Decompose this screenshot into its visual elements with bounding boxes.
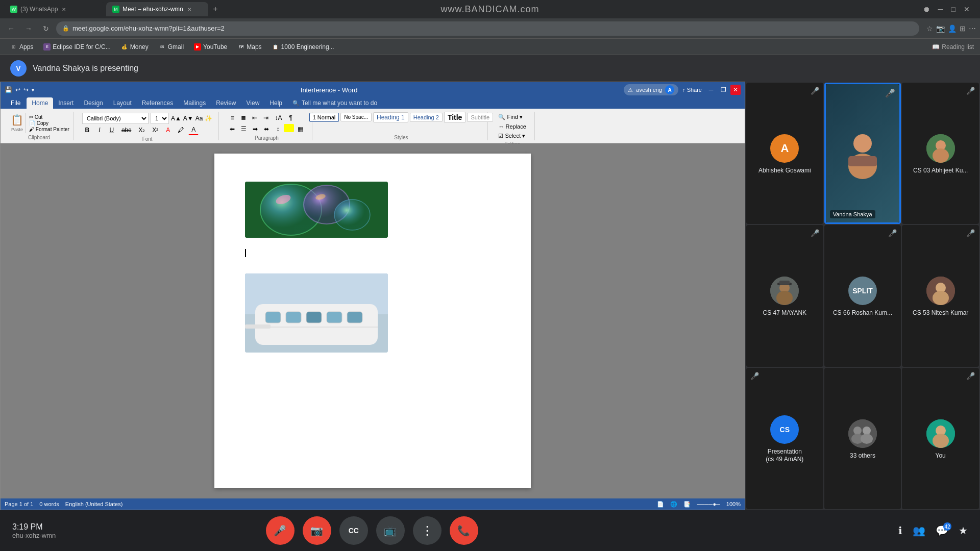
font-grow-btn[interactable]: A▲ <box>171 115 181 122</box>
word-save-icon[interactable]: 💾 <box>5 86 12 93</box>
bold-btn[interactable]: B <box>82 125 92 135</box>
align-right-btn[interactable]: ➡ <box>250 124 260 134</box>
camera-icon[interactable]: 📷 <box>936 24 945 33</box>
text-color-btn[interactable]: A <box>163 125 173 135</box>
word-page[interactable] <box>214 154 531 488</box>
replace-btn[interactable]: ↔ Replace <box>496 122 528 131</box>
participant-card-presentation[interactable]: 🎤 CS Presentation(cs 49 AmAN) <box>746 368 823 509</box>
word-zoom-bar[interactable]: ────●─ <box>697 501 720 507</box>
bookmark-youtube[interactable]: ▶ YouTube <box>190 42 231 52</box>
find-btn[interactable]: 🔍 Find ▾ <box>496 113 528 121</box>
word-undo-icon[interactable]: ↩ <box>15 86 20 93</box>
profile-icon[interactable]: 👤 <box>948 24 957 33</box>
tab-whatsapp[interactable]: W (3) WhatsApp ✕ <box>4 2 106 16</box>
align-left-btn[interactable]: ⬅ <box>227 124 237 134</box>
format-painter-btn[interactable]: 🖌 Format Painter <box>29 127 69 132</box>
word-tab-layout[interactable]: Layout <box>108 97 137 109</box>
forward-button[interactable]: → <box>21 21 36 36</box>
indent-btn[interactable]: ⇥ <box>261 113 271 123</box>
end-call-button[interactable]: 📞 <box>450 516 478 545</box>
font-clear-btn[interactable]: ✨ <box>205 115 212 122</box>
participant-card-33others[interactable]: 33 others <box>824 368 901 509</box>
justify-btn[interactable]: ⬌ <box>261 124 272 134</box>
outdent-btn[interactable]: ⇤ <box>250 113 260 123</box>
line-spacing-btn[interactable]: ↕ <box>273 124 283 134</box>
present-button[interactable]: 📺 <box>376 516 405 545</box>
word-minimize-btn[interactable]: ─ <box>706 85 716 95</box>
sort-btn[interactable]: ↕A <box>272 113 284 123</box>
tab-meet[interactable]: M Meet – ehu-xohz-wmn ✕ <box>106 2 208 16</box>
subscript-btn[interactable]: X₂ <box>136 125 148 135</box>
show-formatting-btn[interactable]: ¶ <box>285 113 296 123</box>
align-center-btn[interactable]: ☰ <box>238 124 249 134</box>
word-close-btn[interactable]: ✕ <box>730 85 741 95</box>
mute-button[interactable]: 🎤 <box>266 516 295 545</box>
word-tab-search[interactable]: 🔍Tell me what you want to do <box>287 97 382 109</box>
font-shrink-btn[interactable]: A▼ <box>183 115 193 122</box>
highlight-btn[interactable]: 🖍 <box>175 125 186 135</box>
word-tab-help[interactable]: Help <box>264 97 287 109</box>
participant-card-cs53[interactable]: 🎤 CS 53 Nitesh Kumar <box>902 225 979 366</box>
word-tab-references[interactable]: References <box>137 97 178 109</box>
underline-btn[interactable]: U <box>107 125 117 135</box>
style-no-spacing[interactable]: No Spac... <box>340 113 372 121</box>
refresh-button[interactable]: ↻ <box>39 21 53 36</box>
more-options-button[interactable]: ⋮ <box>413 516 442 545</box>
word-tab-view[interactable]: View <box>241 97 265 109</box>
number-list-btn[interactable]: ≣ <box>238 113 249 123</box>
paste-btn[interactable]: 📋 <box>11 114 23 126</box>
style-heading1[interactable]: Heading 1 <box>373 112 408 122</box>
address-bar[interactable]: 🔒 meet.google.com/ehu-xohz-wmn?pli=1&aut… <box>56 21 919 36</box>
cc-button[interactable]: CC <box>339 516 368 545</box>
tab-meet-close[interactable]: ✕ <box>187 7 191 12</box>
font-color-btn[interactable]: A <box>188 125 199 135</box>
word-tab-mailings[interactable]: Mailings <box>178 97 211 109</box>
participant-card-you[interactable]: 🎤 You <box>902 368 979 509</box>
info-button[interactable]: ℹ <box>898 524 902 537</box>
bookmark-apps[interactable]: ⊞ Apps <box>6 42 37 52</box>
cut-btn[interactable]: ✂ Cut <box>29 114 69 120</box>
select-btn[interactable]: ☑ Select ▾ <box>496 132 528 140</box>
activities-button[interactable]: ★ <box>959 524 968 537</box>
video-button[interactable]: 📷 <box>303 516 331 545</box>
word-share-btn[interactable]: ↑ Share <box>682 87 702 93</box>
participant-card-cs03[interactable]: 🎤 CS 03 Abhijeet Ku... <box>902 83 979 224</box>
word-redo-icon[interactable]: ↪ <box>23 86 29 93</box>
word-tab-design[interactable]: Design <box>79 97 108 109</box>
people-button[interactable]: 👥 <box>913 524 925 537</box>
participant-card-cs66[interactable]: 🎤 SPLIT CS 66 Roshan Kum... <box>824 225 901 366</box>
tab-whatsapp-close[interactable]: ✕ <box>62 7 66 12</box>
back-button[interactable]: ← <box>4 21 18 36</box>
word-view-outline[interactable]: 📑 <box>683 501 691 508</box>
font-select[interactable]: Calibri (Body) <box>82 113 149 124</box>
font-case-btn[interactable]: Aa <box>195 115 203 122</box>
browser-menu-icon[interactable]: ⋯ <box>969 24 976 33</box>
window-maximize-btn[interactable]: □ <box>951 5 955 13</box>
star-icon[interactable]: ☆ <box>926 24 933 33</box>
word-tab-home[interactable]: Home <box>27 97 53 109</box>
participant-card-vandna[interactable]: Vandna Shakya 🎤 <box>824 83 901 224</box>
superscript-btn[interactable]: X² <box>150 125 161 135</box>
word-tab-insert[interactable]: Insert <box>53 97 79 109</box>
bookmark-eclipse[interactable]: E Eclipse IDE for C/C... <box>39 42 114 52</box>
bookmark-1000[interactable]: 📋 1000 Engineering... <box>268 42 338 52</box>
italic-btn[interactable]: I <box>94 125 105 135</box>
window-minimize-btn[interactable]: ─ <box>938 5 943 13</box>
bullet-list-btn[interactable]: ≡ <box>227 113 237 123</box>
bookmark-gmail[interactable]: ✉ Gmail <box>155 42 188 52</box>
copy-btn[interactable]: 📄 Copy <box>29 120 69 126</box>
font-size-select[interactable]: 11 <box>151 113 169 124</box>
chat-button[interactable]: 💬 42 <box>936 524 948 537</box>
word-view-web[interactable]: 🌐 <box>670 501 677 508</box>
style-subtitle[interactable]: Subtitle <box>467 113 493 122</box>
word-text-area[interactable] <box>245 248 500 263</box>
bookmark-money[interactable]: 💰 Money <box>117 42 153 52</box>
style-normal[interactable]: 1 Normal <box>309 113 339 122</box>
participant-card-abhishek[interactable]: 🎤 A Abhishek Goswami <box>746 83 823 224</box>
bookmark-maps[interactable]: 🗺 Maps <box>233 42 265 52</box>
participant-card-cs47[interactable]: 🎤 CS 47 MAYANK <box>746 225 823 366</box>
word-restore-btn[interactable]: ❐ <box>718 85 728 95</box>
word-tab-review[interactable]: Review <box>211 97 241 109</box>
border-btn[interactable]: ▦ <box>295 124 306 134</box>
new-tab-button[interactable]: + <box>208 2 223 16</box>
